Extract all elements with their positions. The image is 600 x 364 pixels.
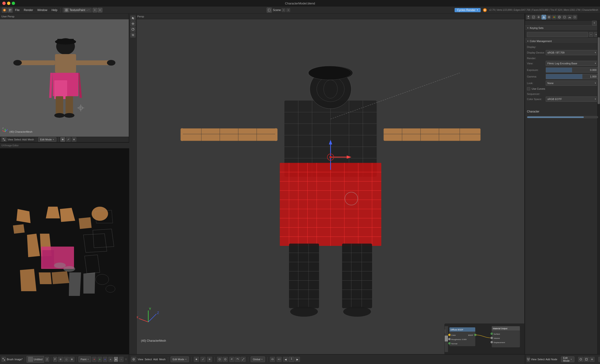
edge-mode-btn[interactable] [66, 137, 71, 142]
scale-icon[interactable] [241, 357, 246, 362]
paint-icon-1[interactable]: ⊞ [58, 357, 63, 362]
window-menu[interactable]: Window [36, 8, 49, 12]
select-menu-center[interactable]: Select [145, 358, 152, 361]
channel-icon-3[interactable]: B [103, 357, 107, 362]
face-mode-center[interactable] [207, 357, 212, 362]
channel-icon-empty[interactable]: ○ [119, 357, 123, 362]
scene-icon[interactable] [267, 8, 272, 13]
collapse-right-panel-btn[interactable]: › [525, 180, 525, 187]
maximize-button[interactable] [12, 2, 15, 5]
exposure-field[interactable]: 0.000 [546, 67, 598, 73]
add-menu-left[interactable]: Add [22, 138, 27, 141]
view-menu-right[interactable]: View [531, 358, 537, 361]
render-menu[interactable]: Render [22, 8, 35, 12]
viewport-icon-center[interactable] [131, 357, 136, 362]
rp-icon-scene[interactable] [542, 15, 546, 19]
paint-icon-3[interactable]: ⊠ [69, 357, 75, 362]
render-view-canvas[interactable]: Z (40) CharacterMesh [0, 19, 129, 137]
uv-canvas[interactable] [0, 149, 129, 354]
global-dropdown[interactable]: Global ▼ [251, 356, 265, 362]
select-menu-right[interactable]: Select [537, 358, 545, 361]
vertex-mode-center[interactable] [194, 357, 199, 362]
rp-icon-data[interactable] [572, 15, 577, 19]
edit-mode-btn-center[interactable]: Edit Mode ▼ [170, 356, 189, 362]
rp-icon-3[interactable] [536, 15, 541, 19]
translate-tool[interactable] [130, 21, 136, 26]
paint-mode-btn[interactable]: Paint ▼ [78, 356, 91, 362]
render-engine-btn[interactable]: Cycles Render ▼ [455, 8, 481, 12]
prev-frame[interactable]: ◀ [283, 357, 288, 362]
layer-icon[interactable] [270, 357, 275, 362]
frame-number-display[interactable]: 1 [289, 357, 294, 362]
node-tool-1[interactable] [578, 357, 583, 362]
rp-icon-object[interactable] [562, 15, 567, 19]
edit-mode-dropdown-left[interactable]: Edit Mode▼ [38, 137, 56, 142]
rotate-tool[interactable] [130, 27, 136, 32]
panel-resize-handle[interactable] [124, 358, 127, 361]
node-menu-right[interactable]: Node [551, 358, 557, 361]
select-menu-left[interactable]: Select [14, 138, 21, 141]
rp-icon-material[interactable] [552, 15, 557, 19]
cursor-tool[interactable] [130, 16, 136, 21]
edge-mode-center[interactable] [200, 357, 206, 362]
keying-sets-header[interactable]: ▼ Keying Sets [525, 25, 600, 30]
node-editor-icon[interactable] [527, 357, 530, 362]
channel-icon-a[interactable]: A [108, 357, 113, 362]
next-frame[interactable]: ▶ [295, 357, 300, 362]
color-management-header[interactable]: ▼ Color Management [525, 38, 600, 44]
add-menu-center[interactable]: Add [153, 358, 158, 361]
brush-label[interactable]: Brush [7, 358, 14, 361]
frame-number[interactable]: 2 [45, 357, 49, 362]
close-workspace-btn[interactable]: × [98, 8, 103, 12]
channel-icon-1[interactable]: R [92, 357, 97, 362]
help-menu[interactable]: Help [50, 8, 59, 12]
use-curves-checkbox[interactable] [527, 87, 530, 90]
mesh-menu-center[interactable]: Mesh [159, 358, 166, 361]
texture-paint-panel[interactable]: TexturePaint ▲▼ [62, 7, 92, 13]
keying-minus-btn[interactable]: − [589, 32, 593, 37]
paint-icon-2[interactable]: ◻ [64, 357, 69, 362]
grab-icon[interactable] [229, 357, 234, 362]
keying-set-input[interactable] [527, 32, 588, 37]
viewport-3d[interactable]: User Persp [129, 14, 525, 354]
scale-tool[interactable] [130, 32, 136, 37]
snap-icon[interactable] [217, 357, 222, 362]
scene-close-btn[interactable]: × [286, 8, 290, 12]
view-dropdown[interactable]: Filmic Log Encoding Base ▼ [546, 61, 598, 66]
minimize-button[interactable] [7, 2, 10, 5]
gamma-field[interactable]: 1.000 [546, 74, 598, 79]
workspace-icon[interactable] [8, 8, 13, 13]
rp-icon-render[interactable] [547, 15, 551, 19]
add-menu-right[interactable]: Add [545, 358, 550, 361]
rp-icon-constraint[interactable] [567, 15, 572, 19]
view-menu-center[interactable]: View [138, 358, 143, 361]
look-dropdown[interactable]: None ▼ [546, 81, 598, 86]
display-device-dropdown[interactable]: sRGB / BT.709 ▼ [546, 50, 598, 55]
blender-icon-btn[interactable] [2, 8, 7, 13]
edit-mode-btn-right[interactable]: Edit Mode ▼ [561, 356, 574, 362]
proportional-icon[interactable] [223, 357, 228, 362]
character-slider[interactable] [527, 116, 598, 118]
rp-icon-1[interactable] [526, 15, 531, 19]
image-label[interactable]: Image* [15, 358, 23, 361]
scene-add-btn[interactable]: + [282, 8, 285, 12]
untitled-image-block[interactable]: Untitled [27, 356, 44, 363]
face-mode-btn[interactable] [72, 137, 76, 142]
add-workspace-btn[interactable]: + [93, 8, 97, 12]
channel-icon-2[interactable]: G [97, 357, 102, 362]
node-tool-3[interactable] [590, 357, 595, 362]
view-menu-left[interactable]: View [8, 138, 13, 141]
rp-icon-2[interactable] [531, 15, 536, 19]
file-menu[interactable]: File [13, 8, 21, 12]
viewport-icon-bottom[interactable] [1, 357, 6, 362]
display-mode-1[interactable] [598, 357, 600, 362]
viewport-icon-left[interactable] [1, 137, 7, 142]
add-keying-btn[interactable]: + [592, 21, 597, 25]
rp-icon-world[interactable] [557, 15, 562, 19]
mesh-menu-left[interactable]: Mesh [28, 138, 34, 141]
vertex-mode-btn[interactable] [60, 137, 65, 142]
color-space-dropdown[interactable]: sRGB EOTF ▼ [546, 96, 598, 102]
close-button[interactable] [2, 2, 6, 5]
rotate-icon[interactable] [235, 357, 240, 362]
node-tool-2[interactable] [584, 357, 589, 362]
